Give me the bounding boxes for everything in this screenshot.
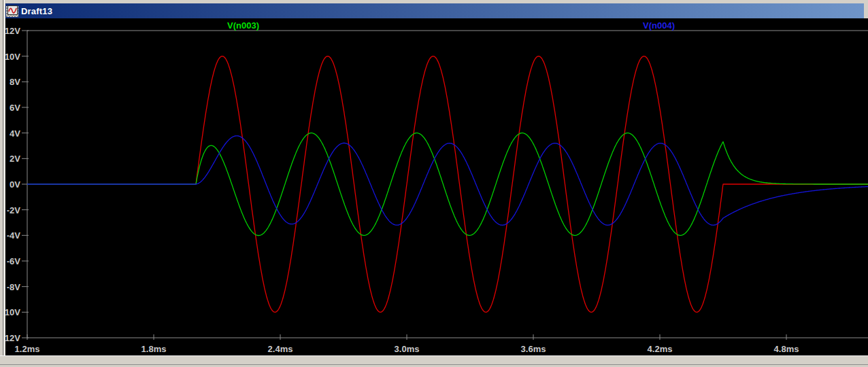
waveform-viewer-window: Draft13 12V10V8V6V4V2V0V-2V-4V-6V-8V-10V… [0,0,868,367]
x-tick-label: 3.0ms [395,344,420,354]
x-tick-label: 1.2ms [15,344,40,354]
waveform-document-icon[interactable] [6,5,18,17]
title-bar[interactable]: Draft13 [5,3,864,18]
frame-shadow-line [0,364,868,365]
plot-svg[interactable]: 12V10V8V6V4V2V0V-2V-4V-6V-8V-10V-12V1.2m… [5,18,868,355]
y-tick-label: 12V [5,26,20,36]
frame-groove-highlight [4,0,5,367]
window-frame-bottom [0,355,868,367]
trace-v-n004- [27,136,868,225]
window-title: Draft13 [21,6,52,16]
y-tick-label: -10V [5,307,20,317]
y-tick-label: -12V [5,333,20,343]
y-tick-label: 4V [10,128,20,139]
x-tick-label: 2.4ms [268,344,293,354]
y-tick-label: 2V [10,154,20,164]
x-tick-label: 4.8ms [774,344,799,354]
y-tick-label: 0V [10,179,20,190]
window-frame-left [0,0,5,367]
y-tick-label: 8V [10,77,20,87]
x-tick-label: 4.2ms [648,344,673,354]
y-tick-label: 6V [10,103,20,113]
y-tick-label: -8V [7,282,21,292]
x-tick-label: 1.8ms [141,344,167,354]
legend-trace-vn003[interactable]: V(n003) [227,20,259,31]
y-tick-label: 10V [5,52,20,62]
y-tick-label: -2V [7,205,21,215]
x-tick-label: 3.6ms [521,344,546,354]
y-tick-label: -6V [7,256,21,266]
plot-pane[interactable]: 12V10V8V6V4V2V0V-2V-4V-6V-8V-10V-12V1.2m… [5,18,868,355]
window-frame-right [864,0,868,18]
y-tick-label: -4V [7,230,21,241]
legend-trace-vn004[interactable]: V(n004) [643,20,675,31]
frame-groove [3,0,3,367]
